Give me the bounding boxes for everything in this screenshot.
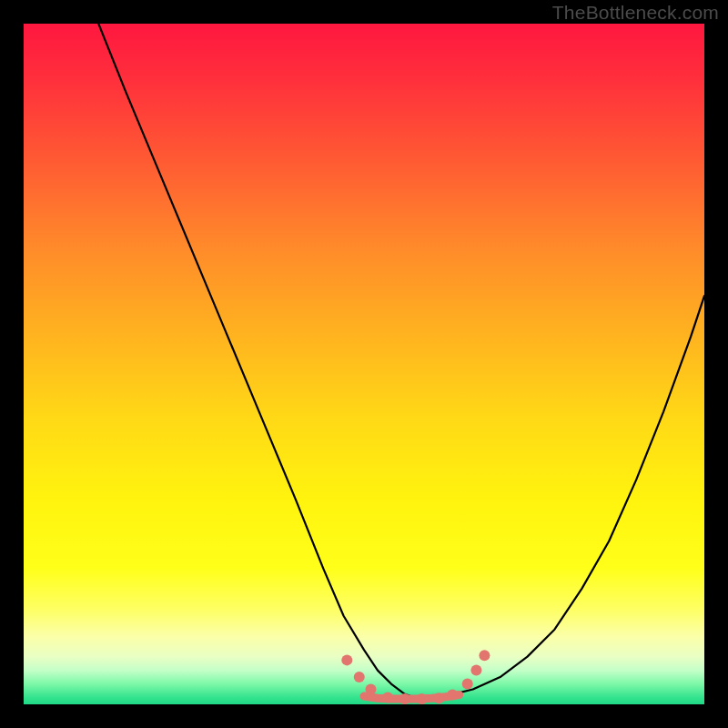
- chart-frame: TheBottleneck.com: [0, 0, 728, 728]
- marker-8: [462, 679, 473, 690]
- marker-9: [470, 665, 481, 676]
- marker-5: [417, 693, 428, 704]
- marker-7: [447, 690, 458, 701]
- marker-4: [399, 693, 410, 704]
- watermark-text: TheBottleneck.com: [552, 2, 719, 24]
- marker-0: [341, 654, 352, 665]
- plot-area: [24, 24, 704, 704]
- curve-svg: [24, 24, 704, 704]
- marker-2: [365, 684, 376, 695]
- marker-6: [433, 693, 444, 703]
- series-left-curve: [98, 24, 419, 699]
- marker-10: [479, 650, 490, 661]
- marker-3: [382, 693, 393, 703]
- series-right-curve: [419, 296, 704, 699]
- series-flat-band: [364, 695, 460, 699]
- marker-1: [354, 672, 365, 682]
